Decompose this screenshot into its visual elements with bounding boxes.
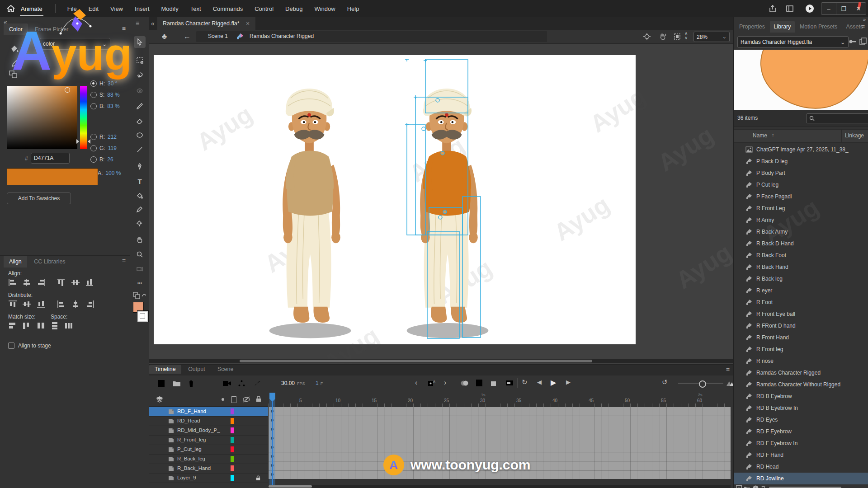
distribute-left-icon[interactable] bbox=[57, 300, 66, 308]
hex-input[interactable]: D4771A bbox=[31, 153, 70, 164]
minimize-button[interactable]: – bbox=[821, 3, 836, 14]
collapse-docbar-icon[interactable]: « bbox=[151, 20, 155, 27]
loop-icon[interactable]: ↻ bbox=[522, 379, 528, 385]
library-item[interactable]: Ramdas Character Without Rigged bbox=[734, 379, 868, 390]
align-center-h-icon[interactable] bbox=[22, 278, 31, 286]
tab-timeline[interactable]: Timeline bbox=[149, 365, 181, 374]
scrollbar-thumb[interactable] bbox=[269, 485, 312, 488]
frame-row[interactable] bbox=[269, 470, 731, 479]
share-icon[interactable] bbox=[769, 5, 777, 13]
red-value[interactable]: 212 bbox=[108, 134, 117, 140]
slider-knob[interactable] bbox=[699, 380, 706, 388]
remove-frame-icon[interactable] bbox=[505, 380, 514, 386]
fill-color-tool-icon[interactable] bbox=[10, 45, 20, 54]
timeline-zoom-slider[interactable] bbox=[678, 383, 723, 384]
library-item[interactable]: R Front Eye ball bbox=[734, 308, 868, 320]
new-layer-icon[interactable] bbox=[157, 380, 165, 387]
layer-name[interactable]: R_Back_Hand bbox=[177, 465, 211, 471]
center-frame-icon[interactable] bbox=[643, 33, 651, 40]
step-forward-icon[interactable]: ▶ bbox=[566, 379, 571, 385]
menu-commands[interactable]: Commands bbox=[213, 5, 243, 12]
auto-keyframe-icon[interactable]: A bbox=[428, 380, 435, 387]
pin-tool[interactable] bbox=[134, 218, 146, 230]
align-middle-v-icon[interactable] bbox=[71, 278, 80, 286]
timeline-layer-row[interactable]: P_Cut_leg bbox=[149, 445, 268, 455]
align-right-icon[interactable] bbox=[37, 278, 46, 286]
menu-debug[interactable]: Debug bbox=[285, 5, 302, 12]
frame-row[interactable] bbox=[269, 443, 731, 452]
timeline-layer-row[interactable]: RD_Mid_Body_P_ bbox=[149, 426, 268, 436]
selection-overlay[interactable] bbox=[399, 59, 496, 343]
library-item[interactable]: R Back D Hand bbox=[734, 238, 868, 249]
close-document-icon[interactable]: ✕ bbox=[246, 21, 250, 27]
match-both-icon[interactable] bbox=[37, 322, 46, 330]
color-swatch-bar[interactable] bbox=[7, 168, 98, 185]
sat-radio[interactable] bbox=[90, 92, 97, 98]
space-horizontal-icon[interactable] bbox=[65, 322, 74, 330]
camera-toggle-icon[interactable] bbox=[222, 380, 231, 387]
library-item[interactable]: R Back Army bbox=[734, 226, 868, 238]
eyedropper-tool[interactable] bbox=[134, 203, 146, 215]
library-item[interactable]: R Front Leg bbox=[734, 202, 868, 214]
layer-name[interactable]: R_Back_leg bbox=[177, 456, 205, 461]
lock-layers-icon[interactable] bbox=[256, 396, 261, 402]
library-item[interactable]: R nose bbox=[734, 355, 868, 367]
library-item[interactable]: R Foot bbox=[734, 296, 868, 308]
blue-radio[interactable] bbox=[90, 156, 97, 163]
library-item[interactable]: RD F Eyebrow bbox=[734, 426, 868, 437]
rotate-tool-icon[interactable] bbox=[659, 33, 667, 41]
edit-scene-clover-icon[interactable]: ♣ bbox=[162, 32, 167, 41]
paint-bucket-tool[interactable] bbox=[134, 190, 146, 202]
breadcrumb-symbol[interactable]: Ramdas Character Rigged bbox=[250, 33, 314, 39]
prev-keyframe-icon[interactable]: ‹ bbox=[415, 379, 417, 386]
graph-editor-icon[interactable] bbox=[253, 380, 261, 387]
library-item[interactable]: RD B Eyebrow In bbox=[734, 402, 868, 414]
frame-row[interactable] bbox=[269, 461, 731, 470]
insert-frame-icon[interactable] bbox=[490, 380, 498, 387]
tab-scene[interactable]: Scene bbox=[212, 365, 239, 374]
library-item[interactable]: R Back Foot bbox=[734, 249, 868, 261]
next-keyframe-icon[interactable]: › bbox=[444, 379, 446, 386]
stroke-color-swatch[interactable] bbox=[137, 311, 148, 322]
text-tool[interactable]: T bbox=[134, 175, 146, 187]
tab-motion-presets[interactable]: Motion Presets bbox=[796, 21, 841, 33]
timeline-menu-icon[interactable]: ≡ bbox=[726, 366, 730, 373]
library-item[interactable]: P Cut leg bbox=[734, 179, 868, 191]
layer-name[interactable]: RD_F_Hand bbox=[177, 408, 206, 414]
zoom-tool[interactable] bbox=[134, 249, 146, 260]
library-item[interactable]: RD B Eyebrow bbox=[734, 390, 868, 402]
hue-slider[interactable] bbox=[80, 86, 87, 149]
frame-row[interactable] bbox=[269, 452, 731, 461]
distribute-middle-v-icon[interactable] bbox=[22, 300, 31, 308]
library-item[interactable]: RD Eyes bbox=[734, 414, 868, 426]
menu-insert[interactable]: Insert bbox=[135, 5, 150, 12]
menu-help[interactable]: Help bbox=[347, 5, 359, 12]
new-symbol-icon[interactable] bbox=[736, 485, 742, 488]
timeline-layer-row[interactable]: R_Back_leg bbox=[149, 455, 268, 464]
swap-colors-icon[interactable] bbox=[133, 292, 146, 299]
restore-button[interactable]: ❐ bbox=[836, 3, 851, 14]
library-item[interactable]: R eyer bbox=[734, 285, 868, 296]
new-folder-icon[interactable] bbox=[744, 486, 750, 488]
home-icon[interactable] bbox=[6, 4, 15, 13]
camera-tool[interactable] bbox=[134, 263, 146, 275]
menu-edit[interactable]: Edit bbox=[89, 5, 99, 12]
pin-library-icon[interactable] bbox=[849, 38, 857, 45]
character-villager-right[interactable] bbox=[399, 59, 496, 343]
zoom-level-dropdown[interactable]: 28% ⌄ bbox=[693, 32, 730, 42]
menu-animate[interactable]: Animate bbox=[20, 1, 43, 16]
align-left-icon[interactable] bbox=[8, 278, 17, 286]
oval-tool[interactable] bbox=[134, 129, 146, 141]
more-tools-button[interactable]: ••• bbox=[134, 277, 146, 289]
menu-view[interactable]: View bbox=[110, 5, 123, 12]
alpha-value[interactable]: 100 % bbox=[105, 170, 121, 176]
clip-content-icon[interactable] bbox=[674, 33, 681, 40]
green-radio[interactable] bbox=[90, 145, 97, 151]
default-colors-icon[interactable] bbox=[9, 70, 18, 79]
space-vertical-icon[interactable] bbox=[51, 322, 60, 330]
hue-arrow-left-icon[interactable] bbox=[76, 139, 79, 144]
color-picker-marker[interactable] bbox=[65, 87, 70, 93]
character-villager-left[interactable] bbox=[261, 59, 359, 343]
menu-modify[interactable]: Modify bbox=[161, 5, 179, 12]
frame-row[interactable] bbox=[269, 407, 731, 416]
